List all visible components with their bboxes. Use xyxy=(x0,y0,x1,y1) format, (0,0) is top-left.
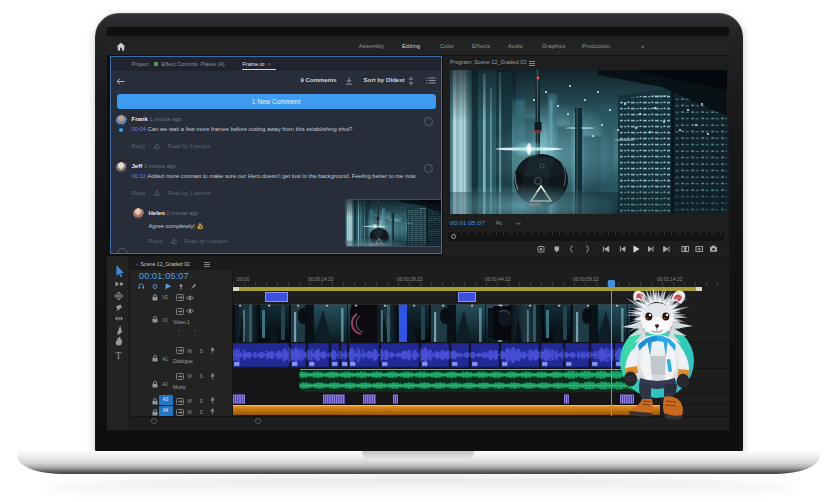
svg-text:L0: L0 xyxy=(343,362,347,366)
svg-text:L0: L0 xyxy=(333,362,337,366)
svg-text:L0: L0 xyxy=(593,362,597,366)
svg-text:L0: L0 xyxy=(383,362,387,366)
svg-text:L0: L0 xyxy=(567,362,571,366)
svg-text:T: T xyxy=(116,351,122,361)
svg-text:L0: L0 xyxy=(293,362,297,366)
svg-text:L0: L0 xyxy=(351,362,355,366)
svg-text:L0: L0 xyxy=(423,362,427,366)
svg-text:L0: L0 xyxy=(235,362,239,366)
svg-text:L0: L0 xyxy=(503,362,507,366)
svg-text:L0: L0 xyxy=(310,362,314,366)
svg-text:L0: L0 xyxy=(453,362,457,366)
svg-text:L0: L0 xyxy=(473,362,477,366)
svg-text:L0: L0 xyxy=(543,362,547,366)
